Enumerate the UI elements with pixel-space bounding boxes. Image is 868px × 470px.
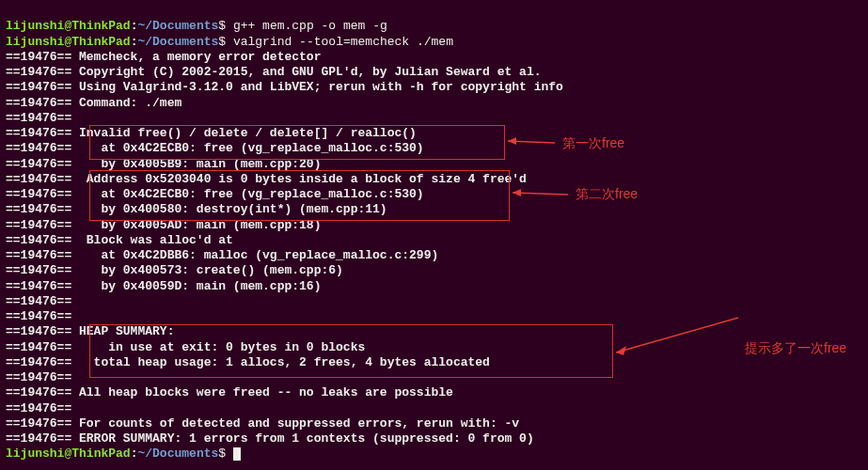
prompt-dollar: $ — [218, 446, 226, 461]
prompt-host: ThinkPad — [71, 446, 130, 461]
output-line: ==19476== by 0x400580: destroy(int*) (me… — [6, 202, 387, 216]
output-line: ==19476== Command: ./mem — [6, 96, 181, 110]
command-2[interactable]: valgrind --tool=memcheck ./mem — [226, 35, 453, 49]
output-line: ==19476== Using Valgrind-3.12.0 and LibV… — [6, 80, 563, 94]
output-line: ==19476== — [6, 401, 71, 415]
output-line: ==19476== Address 0x5203040 is 0 bytes i… — [6, 172, 527, 186]
output-line: ==19476== at 0x4C2ECB0: free (vg_replace… — [6, 141, 424, 155]
output-line: ==19476== at 0x4C2ECB0: free (vg_replace… — [6, 187, 424, 201]
output-line: ==19476== — [6, 111, 71, 125]
output-line: ==19476== ERROR SUMMARY: 1 errors from 1… — [6, 431, 534, 446]
prompt-path: ~/Documents — [137, 19, 218, 33]
output-line: ==19476== at 0x4C2DBB6: malloc (vg_repla… — [6, 248, 438, 262]
output-line: ==19476== Block was alloc'd at — [6, 233, 233, 247]
output-line: ==19476== total heap usage: 1 allocs, 2 … — [6, 355, 490, 369]
output-line: ==19476== Invalid free() / delete / dele… — [6, 126, 417, 140]
output-line: ==19476== — [6, 370, 71, 384]
prompt-dollar: $ — [218, 35, 226, 49]
prompt-user: lijunshi — [6, 446, 64, 461]
prompt-dollar: $ — [218, 19, 226, 33]
prompt-host: ThinkPad — [71, 35, 130, 49]
cursor-icon[interactable] — [233, 447, 241, 461]
output-line: ==19476== — [6, 294, 71, 308]
terminal-output: lijunshi@ThinkPad:~/Documents$ g++ mem.c… — [0, 0, 868, 466]
output-line: ==19476== — [6, 309, 71, 323]
prompt-path: ~/Documents — [137, 35, 218, 49]
output-line: ==19476== All heap blocks were freed -- … — [6, 385, 453, 400]
prompt-host: ThinkPad — [71, 19, 130, 33]
prompt-user: lijunshi — [6, 19, 64, 33]
output-line: ==19476== in use at exit: 0 bytes in 0 b… — [6, 340, 365, 354]
output-line: ==19476== by 0x40059D: main (mem.cpp:16) — [6, 279, 321, 293]
prompt-user: lijunshi — [6, 35, 64, 49]
output-line: ==19476== Copyright (C) 2002-2015, and G… — [6, 65, 542, 79]
output-line: ==19476== by 0x400573: create() (mem.cpp… — [6, 263, 343, 277]
output-line: ==19476== For counts of detected and sup… — [6, 416, 519, 431]
output-line: ==19476== Memcheck, a memory error detec… — [6, 50, 321, 64]
output-line: ==19476== by 0x4005AD: main (mem.cpp:18) — [6, 218, 321, 232]
output-line: ==19476== by 0x4005B9: main (mem.cpp:20) — [6, 157, 321, 171]
command-1[interactable]: g++ mem.cpp -o mem -g — [226, 19, 387, 33]
output-line: ==19476== HEAP SUMMARY: — [6, 324, 174, 338]
prompt-path: ~/Documents — [137, 446, 218, 461]
